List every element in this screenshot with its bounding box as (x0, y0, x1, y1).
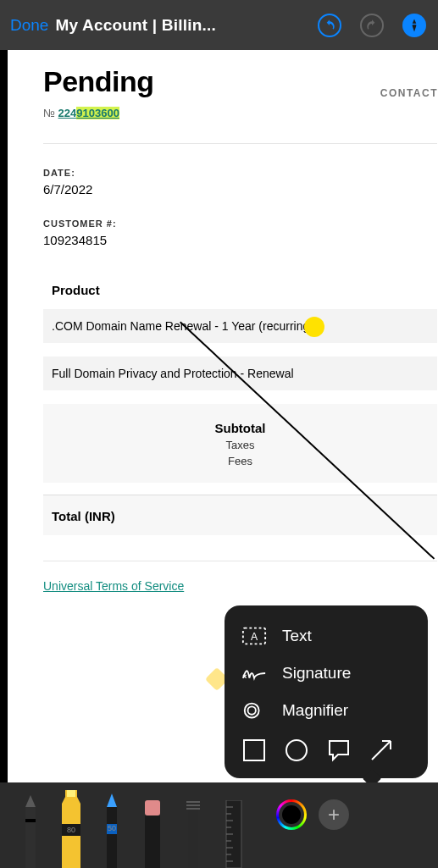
popover-magnifier-label: Magnifier (282, 701, 348, 720)
svg-rect-12 (188, 809, 198, 868)
markup-icon (407, 18, 422, 33)
product-header: Product (43, 283, 437, 309)
arrow-shape[interactable] (369, 738, 394, 763)
eraser-tool[interactable] (137, 792, 168, 868)
popover-signature-label: Signature (282, 664, 351, 683)
product-row: Full Domain Privacy and Protection - Ren… (43, 357, 437, 390)
svg-rect-7 (67, 790, 75, 797)
svg-rect-11 (145, 815, 160, 868)
date-value: 6/7/2022 (43, 182, 438, 196)
plus-icon: + (328, 803, 340, 827)
tool-size-label: 50 (108, 824, 116, 832)
speech-shape[interactable] (326, 738, 352, 763)
tos-link[interactable]: Universal Terms of Service (43, 579, 184, 593)
circle-shape[interactable] (284, 738, 309, 763)
invoice-status: Pending (43, 65, 438, 98)
total-label: Total (INR) (43, 495, 437, 535)
customer-value: 109234815 (43, 233, 438, 247)
svg-rect-4 (244, 740, 264, 760)
shape-row (225, 729, 428, 766)
date-label: DATE: (43, 168, 438, 178)
markup-top-bar: Done My Account | Billin... (0, 0, 438, 50)
pen-tool[interactable] (15, 792, 46, 868)
popover-magnifier[interactable]: Magnifier (225, 692, 428, 729)
redo-button (360, 14, 384, 37)
undo-icon (323, 19, 336, 32)
ruler-tool[interactable] (219, 792, 249, 868)
markup-toolbar: 80 50 + (0, 782, 438, 868)
popover-signature[interactable]: Signature (225, 655, 428, 692)
signature-icon (241, 663, 267, 683)
subtotal-label: Subtotal (43, 421, 437, 435)
product-row: .COM Domain Name Renewal - 1 Year (recur… (43, 309, 437, 343)
svg-point-5 (286, 740, 307, 760)
lasso-tool[interactable] (178, 792, 208, 868)
taxes-label: Taxes (43, 439, 437, 451)
divider (43, 561, 437, 561)
square-shape[interactable] (241, 738, 267, 763)
invoice-number-link[interactable]: 2249103600 (58, 107, 119, 119)
document-title: My Account | Billin... (55, 16, 216, 35)
svg-point-3 (248, 706, 256, 714)
svg-point-2 (245, 704, 259, 718)
svg-rect-10 (145, 800, 160, 815)
pencil-tool[interactable]: 50 (97, 792, 127, 868)
invoice-number: № 2249103600 (43, 107, 438, 119)
svg-text:A: A (251, 631, 258, 643)
divider (43, 143, 437, 144)
fees-label: Fees (43, 455, 437, 467)
add-popover: A Text Signature Magnifier (225, 605, 428, 778)
popover-text-label: Text (282, 627, 312, 645)
contact-link[interactable]: CONTACT (380, 87, 438, 99)
magnifier-icon (241, 700, 267, 721)
markup-toggle[interactable] (402, 14, 426, 37)
redo-icon (365, 19, 379, 32)
done-button[interactable]: Done (10, 16, 48, 35)
highlighter-tool[interactable]: 80 (56, 792, 86, 868)
tool-size-label: 80 (67, 826, 75, 834)
text-icon: A (241, 626, 267, 646)
popover-text[interactable]: A Text (225, 617, 428, 655)
color-picker[interactable] (276, 799, 307, 830)
add-button[interactable]: + (319, 799, 349, 830)
svg-rect-6 (25, 819, 36, 822)
customer-label: CUSTOMER #: (43, 218, 438, 229)
undo-button[interactable] (318, 14, 341, 37)
summary-box: Subtotal Taxes Fees (43, 404, 437, 483)
